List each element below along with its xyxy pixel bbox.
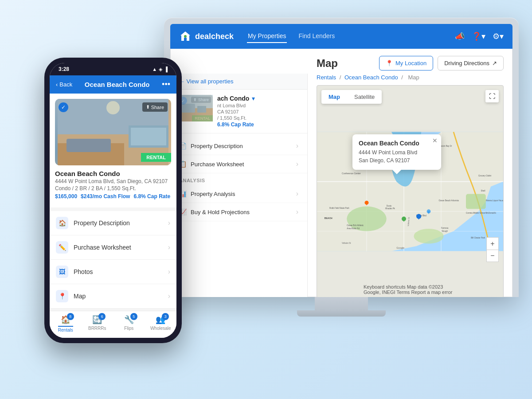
- cap-rate-desktop: 6.8% Cap Rate: [217, 121, 300, 128]
- phone-menu-purchase-worksheet[interactable]: ✏️ Purchase Worksheet ›: [50, 235, 176, 260]
- map-zoom-in-button[interactable]: +: [486, 237, 499, 250]
- phone-rental-badge: RENTAL: [141, 153, 171, 162]
- map-popup-close[interactable]: ✕: [432, 137, 438, 144]
- phone-device: 3:28 ▲ ◈ ▐ ‹ Back Ocean Beach Condo •••: [44, 58, 182, 343]
- status-time: 3:28: [59, 66, 69, 72]
- property-list-item[interactable]: ✓ ⬆ Share RENTAL: [170, 90, 307, 133]
- phone-property-info: Ocean Beach Condo 4444 W Point Loma Blvd…: [55, 165, 171, 202]
- tab-brrrrs[interactable]: 🔄 6 BRRRRs: [82, 315, 113, 332]
- desktop-nav-purchase-worksheet[interactable]: 📋 Purchase Worksheet ›: [170, 155, 307, 173]
- my-location-label: My Location: [395, 60, 426, 66]
- svg-rect-49: [131, 128, 166, 145]
- tab-rentals[interactable]: 🏠 8 Rentals: [50, 315, 82, 332]
- breadcrumb-rentals[interactable]: Rentals: [317, 74, 336, 81]
- more-options-button[interactable]: •••: [162, 80, 170, 89]
- map-menu-icon: 📍: [56, 290, 68, 302]
- logo-text: dealcheck: [195, 32, 234, 41]
- phone-menu-map[interactable]: 📍 Map ›: [50, 284, 176, 309]
- monitor-screen: dealcheck My Properties Find Lenders 📣 ❓…: [170, 24, 512, 297]
- back-chevron-icon: ‹: [56, 81, 58, 88]
- nav-find-lenders[interactable]: Find Lenders: [297, 30, 336, 43]
- svg-rect-4: [197, 106, 206, 113]
- map-header: Map 📍 My Location Driving Directions ↗: [317, 56, 504, 70]
- svg-text:Slough: Slough: [442, 230, 448, 232]
- phone-frame: 3:28 ▲ ◈ ▐ ‹ Back Ocean Beach Condo •••: [44, 58, 182, 343]
- phone-verified-badge: ✓: [59, 102, 68, 112]
- phone-property-details: Condo / 2 BR / 2 BA / 1,550 Sq.Ft.: [55, 185, 171, 192]
- svg-rect-3: [182, 104, 195, 113]
- nav-label-property-analysis: Property Analysis: [191, 191, 296, 197]
- svg-text:Dusty: Dusty: [387, 205, 392, 207]
- property-info: ach Condo ▾ nt Loma Blvd CA 92107 / 1,55…: [217, 95, 300, 128]
- map-view-map-btn[interactable]: Map: [321, 90, 347, 104]
- app-header: dealcheck My Properties Find Lenders 📣 ❓…: [170, 24, 512, 49]
- phone-property-stats: $165,000 $243/mo Cash Flow 6.8% Cap Rate: [55, 193, 171, 200]
- svg-text:Robb Field Skate Park: Robb Field Skate Park: [329, 207, 349, 209]
- map-attribution: Keyboard shortcuts Map data ©2023 Google…: [364, 284, 457, 295]
- my-location-button[interactable]: 📍 My Location: [379, 56, 433, 70]
- flips-tab-icon: 🔧 5: [124, 315, 134, 325]
- phone-nav-title: Ocean Beach Condo: [77, 81, 157, 88]
- breadcrumb-property[interactable]: Ocean Beach Condo: [344, 74, 398, 81]
- logo-area: dealcheck: [179, 30, 234, 43]
- phone-menu-property-desc[interactable]: 🏠 Property Description ›: [50, 211, 176, 235]
- driving-directions-button[interactable]: Driving Directions ↗: [438, 56, 504, 70]
- map-view-toggle: Map Satellite: [321, 90, 382, 104]
- svg-rect-51: [66, 139, 111, 152]
- property-thumbnail: ✓ ⬆ Share RENTAL: [177, 95, 213, 121]
- location-icon: 📍: [386, 60, 393, 66]
- signal-icon: ▲: [152, 66, 157, 72]
- tab-wholesale[interactable]: 👥 3 Wholesale: [145, 315, 177, 332]
- help-icon[interactable]: ❓▾: [472, 31, 485, 41]
- desktop-sidebar: ← View all properties ✓ ⬆ Share RENTAL: [170, 74, 308, 297]
- phone-price: $165,000: [55, 193, 77, 200]
- monitor-base: [297, 310, 386, 317]
- battery-icon: ▐: [164, 66, 168, 72]
- map-view-satellite-btn[interactable]: Satellite: [347, 90, 382, 104]
- status-icons: ▲ ◈ ▐: [152, 66, 168, 72]
- svg-point-47: [106, 101, 120, 114]
- svg-text:Grocery Outlet: Grocery Outlet: [478, 175, 492, 177]
- phone-share-button[interactable]: ⬆ Share: [142, 102, 168, 112]
- main-nav: My Properties Find Lenders: [247, 30, 442, 43]
- wholesale-badge: 3: [162, 313, 169, 320]
- phone-tab-bar: 🏠 8 Rentals 🔄 6 BRRRRs 🔧 5 Flips: [50, 311, 176, 338]
- svg-text:Conference Center: Conference Center: [342, 172, 361, 175]
- external-link-icon: ↗: [492, 60, 497, 66]
- phone-back-button[interactable]: ‹ Back: [56, 81, 72, 88]
- analysis-section-label: ANALYSIS: [170, 173, 307, 185]
- svg-text:Ocean Beach Arborists: Ocean Beach Arborists: [438, 200, 459, 202]
- wholesale-tab-label: Wholesale: [150, 326, 171, 331]
- map-popup: ✕ Ocean Beach Condo 4444 W Point Loma Bl…: [352, 134, 441, 170]
- map-zoom-out-button[interactable]: −: [486, 250, 499, 262]
- driving-directions-label: Driving Directions: [444, 60, 489, 66]
- map-fullscreen-button[interactable]: ⛶: [485, 90, 499, 102]
- map-container[interactable]: Conference Center Quivira Way W Mission …: [317, 85, 504, 297]
- phone-nav-bar: ‹ Back Ocean Beach Condo •••: [50, 75, 176, 94]
- nav-my-properties[interactable]: My Properties: [247, 30, 287, 43]
- desktop-nav-buy-hold[interactable]: 📈 Buy & Hold Projections ›: [170, 203, 307, 221]
- desktop-nav-property-analysis[interactable]: 📊 Property Analysis ›: [170, 185, 307, 203]
- desktop-nav-property-desc[interactable]: 📄 Property Description ›: [170, 137, 307, 155]
- notification-icon[interactable]: 📣: [455, 31, 465, 41]
- back-link[interactable]: ← View all properties: [170, 74, 307, 90]
- share-label: Share: [151, 105, 164, 110]
- tab-flips[interactable]: 🔧 5 Flips: [113, 315, 145, 332]
- svg-text:Riviera Liquor House: Riviera Liquor House: [486, 200, 503, 202]
- svg-text:Google: Google: [396, 246, 404, 249]
- dropdown-icon[interactable]: ▾: [252, 95, 255, 102]
- rentals-tab-label: Rentals: [58, 326, 73, 332]
- breadcrumb: Rentals / Ocean Beach Condo / Map: [317, 74, 504, 81]
- svg-text:Shell: Shell: [481, 190, 485, 192]
- property-desc-label: Property Description: [74, 219, 168, 227]
- settings-icon[interactable]: ⚙▾: [493, 31, 504, 41]
- photos-icon: 🖼: [56, 266, 68, 278]
- arrow-icon-2: ›: [168, 243, 170, 251]
- map-svg: Conference Center Quivira Way W Mission …: [317, 86, 503, 297]
- phone-menu-photos[interactable]: 🖼 Photos ›: [50, 260, 176, 284]
- nav-label-property-desc: Property Description: [191, 143, 296, 149]
- svg-rect-14: [466, 194, 486, 209]
- arrow-icon-3: ›: [168, 268, 170, 276]
- brrrrs-tab-label: BRRRRs: [88, 326, 106, 331]
- phone-property-address: 4444 W Point Loma Blvd, San Diego, CA 92…: [55, 178, 171, 184]
